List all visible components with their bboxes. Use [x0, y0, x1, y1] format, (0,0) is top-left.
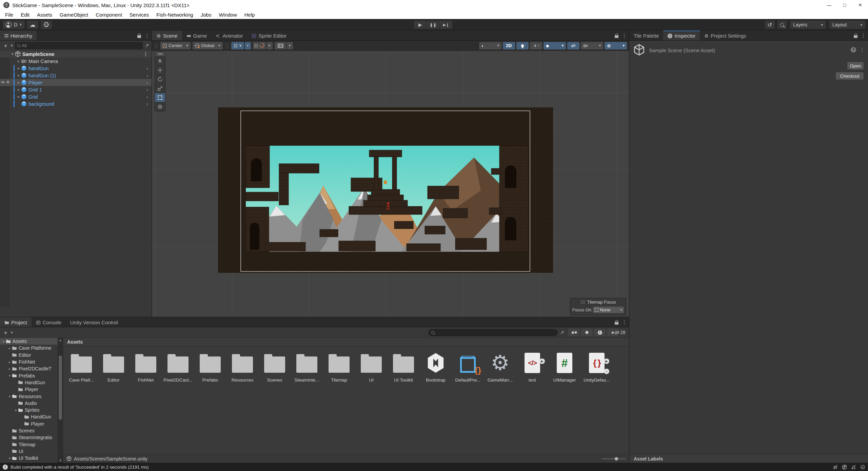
rotate-tool-button[interactable] [155, 75, 165, 84]
hidden-items-indicator[interactable]: 28 [614, 330, 626, 335]
menu-item[interactable]: Help [241, 12, 259, 18]
asset-item[interactable]: Tilemap [324, 350, 354, 383]
add-gameobject-button[interactable]: ＋ [3, 42, 8, 49]
expand-arrow-icon[interactable]: ▸ [7, 360, 12, 364]
asset-item[interactable]: FishNet [131, 350, 161, 383]
kebab-menu-icon[interactable]: ⋮ [861, 33, 866, 39]
asset-item[interactable]: Editor [99, 350, 129, 383]
tree-row[interactable]: SteamIntegratio [0, 434, 58, 441]
chevron-down-icon[interactable]: ▾ [11, 43, 13, 48]
tree-row[interactable]: UI [0, 448, 58, 455]
hierarchy-row[interactable]: background › [0, 100, 152, 107]
expand-arrow-icon[interactable]: ▸ [16, 95, 21, 99]
hierarchy-row[interactable]: ▸ handGun › [0, 65, 152, 72]
tree-row[interactable]: ▸ Cave Platforme [0, 345, 58, 351]
camera-overlay-dropdown[interactable]: ▾ [581, 42, 603, 49]
snap-increment-options[interactable]: ▾ [287, 42, 293, 49]
inspector-tab[interactable]: i Inspector [663, 30, 700, 40]
expand-arrow-icon[interactable]: ▸ [16, 59, 21, 63]
tree-row[interactable]: ▾ Resources [0, 393, 58, 400]
asset-item[interactable]: ⚙ GameMan... [485, 350, 515, 383]
asset-item[interactable]: Pixel2DCast... [163, 350, 193, 383]
pivot-mode-dropdown[interactable]: Center▾ [160, 42, 191, 49]
step-button[interactable]: ▶❙ [440, 21, 452, 29]
scale-tool-button[interactable] [155, 84, 165, 93]
open-in-window-icon[interactable]: ↗ [145, 43, 149, 48]
effects-dropdown[interactable]: ◆▾ [544, 42, 566, 49]
tree-row[interactable]: ▾ Assets [0, 338, 58, 345]
asset-labels-bar[interactable]: Asset Labels [629, 454, 868, 463]
tree-scrollbar[interactable]: ▲ ▼ [58, 338, 63, 463]
thumbnail-size-slider[interactable] [602, 457, 626, 461]
expand-arrow-icon[interactable]: ▾ [7, 374, 12, 377]
kebab-menu-icon[interactable]: ⋮ [622, 319, 627, 325]
menu-item[interactable]: Jobs [197, 12, 215, 18]
info-icon[interactable]: ! [3, 465, 8, 470]
expand-arrow-icon[interactable]: ▾ [10, 52, 15, 56]
palette-drag-handle[interactable] [155, 52, 165, 56]
snap-increment-button[interactable] [275, 42, 286, 49]
notifications-disabled-icon[interactable] [851, 465, 856, 470]
asset-item[interactable]: Scenes [260, 350, 290, 383]
cache-disabled-icon[interactable] [842, 465, 847, 470]
tree-row[interactable]: ▸ FishNet [0, 359, 58, 365]
menu-item[interactable]: Component [92, 12, 126, 18]
project-tab[interactable]: Console [32, 317, 66, 327]
asset-item[interactable]: Resources [228, 350, 257, 383]
row-trailing-icon[interactable]: › [146, 94, 148, 100]
asset-item[interactable]: Bootstrap [421, 350, 451, 383]
filter-by-type-button[interactable] [568, 329, 580, 336]
orientation-dropdown[interactable]: Global▾ [193, 42, 223, 49]
tree-row[interactable]: Audio [0, 400, 58, 407]
focus-on-dropdown[interactable]: None ▾ [593, 307, 624, 313]
tree-row[interactable]: HandGun [0, 413, 58, 420]
move-tool-button[interactable] [155, 65, 165, 75]
cloud-button[interactable]: ☁ [27, 21, 38, 29]
asset-item[interactable]: # UIManager [550, 350, 579, 383]
asset-item[interactable]: UI Toolkit [389, 350, 418, 383]
debugger-disabled-icon[interactable] [833, 465, 838, 470]
snap-toggle[interactable] [253, 42, 266, 49]
menu-item[interactable]: GameObject [56, 12, 92, 18]
tree-row[interactable]: Player [0, 386, 58, 393]
tab-hierarchy[interactable]: Hierarchy [0, 30, 37, 40]
grid-snap-options[interactable]: ▾ [245, 42, 251, 49]
row-trailing-icon[interactable]: › [146, 101, 148, 107]
row-trailing-icon[interactable]: › [146, 80, 148, 85]
project-tab[interactable]: Unity Version Control [66, 317, 122, 327]
expand-arrow-icon[interactable]: ▸ [16, 80, 21, 85]
filter-by-label-button[interactable] [581, 329, 593, 336]
menu-item[interactable]: Edit [17, 12, 33, 18]
draw-mode-dropdown[interactable]: ◐▾ [479, 42, 501, 49]
asset-item[interactable]: </> ▶ test [517, 350, 547, 383]
expand-arrow-icon[interactable]: ▾ [7, 394, 12, 398]
scroll-up-icon[interactable]: ▲ [58, 339, 63, 342]
scroll-down-icon[interactable]: ▼ [58, 459, 63, 462]
close-button[interactable]: × [852, 0, 868, 10]
menu-item[interactable]: Window [215, 12, 240, 18]
expand-arrow-icon[interactable]: ▸ [16, 87, 21, 92]
play-button[interactable]: ▶ [414, 21, 427, 29]
snap-options[interactable]: ▾ [267, 42, 273, 49]
tree-row[interactable]: ▸ Pixel2DCastleT [0, 365, 58, 372]
checkout-button[interactable]: Checkout [835, 72, 864, 80]
layers-dropdown[interactable]: Layers▾ [790, 21, 826, 29]
menu-item[interactable]: Services [126, 12, 153, 18]
scene-visibility-toggle[interactable] [567, 42, 579, 49]
hierarchy-row[interactable]: ▸ handGun (1) › [0, 72, 152, 79]
tree-row[interactable]: Editor [0, 352, 58, 359]
lock-icon[interactable] [615, 35, 618, 38]
undo-history-button[interactable]: ↺ [765, 21, 775, 29]
tree-row[interactable]: Scenes [0, 427, 58, 434]
search-button[interactable] [777, 21, 787, 29]
scene-view-tab[interactable]: Sprite Editor [247, 30, 291, 40]
hierarchy-row[interactable]: ▸ Main Camera [0, 58, 152, 65]
lock-icon[interactable] [615, 322, 618, 325]
expand-arrow-icon[interactable]: ▾ [1, 340, 6, 343]
open-button[interactable]: Open [847, 62, 864, 70]
pause-button[interactable]: ❚❚ [427, 21, 439, 29]
hierarchy-row[interactable]: ▸ Grid › [0, 93, 152, 100]
layout-dropdown[interactable]: Layout▾ [829, 21, 865, 29]
chevron-down-icon[interactable]: ▾ [11, 330, 13, 335]
menu-item[interactable]: File [1, 12, 17, 18]
